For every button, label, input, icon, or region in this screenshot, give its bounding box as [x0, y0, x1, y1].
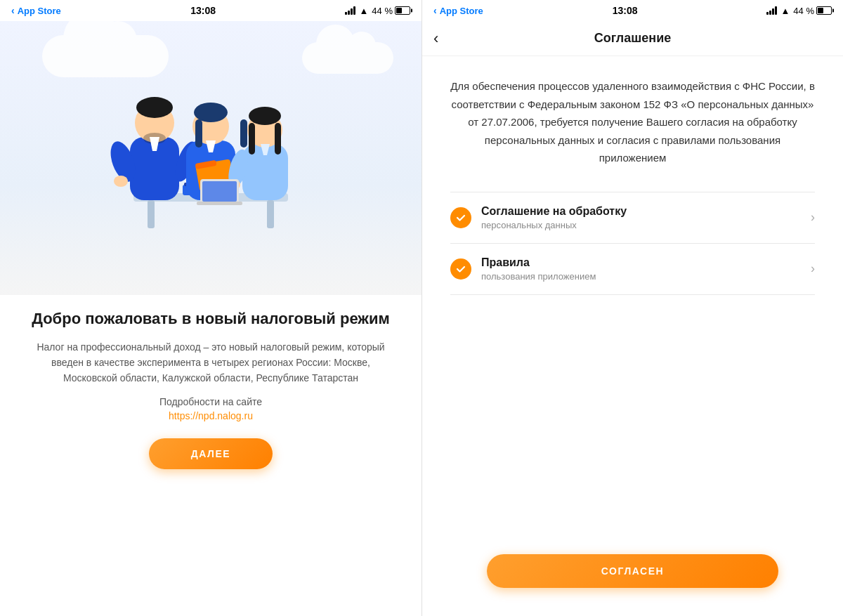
battery-icon-right: 44 %: [793, 6, 832, 16]
welcome-illustration: [91, 60, 330, 270]
svg-point-16: [194, 103, 228, 122]
illustration-area: [0, 21, 422, 295]
svg-rect-32: [197, 202, 242, 205]
next-button[interactable]: ДАЛЕЕ: [149, 438, 273, 469]
item-text-1: Соглашение на обработку персональных дан…: [481, 205, 811, 230]
status-bar-left-content: ‹ App Store: [11, 5, 61, 16]
time-display: 13:08: [190, 5, 216, 16]
app-store-label: App Store: [18, 6, 61, 16]
svg-rect-17: [195, 119, 202, 148]
svg-rect-1: [148, 200, 155, 228]
agreement-items-list: Соглашение на обработку персональных дан…: [450, 192, 815, 295]
svg-point-7: [136, 97, 173, 118]
svg-point-24: [249, 107, 281, 125]
right-screen: ‹ App Store 13:08 ▲ 44 % ‹ Соглашение: [422, 0, 843, 616]
svg-rect-26: [275, 123, 281, 155]
app-store-label-right: App Store: [440, 6, 483, 16]
agree-button[interactable]: СОГЛАСЕН: [487, 554, 778, 588]
page-title: Соглашение: [594, 31, 671, 46]
status-bar-right-content-right: ▲ 44 %: [766, 6, 832, 16]
item-subtitle-2: пользования приложением: [481, 271, 811, 282]
chevron-right-icon-2: ›: [811, 261, 815, 276]
item-text-2: Правила пользования приложением: [481, 256, 811, 282]
site-link[interactable]: https://npd.nalog.ru: [169, 410, 253, 421]
navigation-bar: ‹ Соглашение: [422, 21, 843, 56]
agreement-body: Для обеспечения процессов удаленного вза…: [422, 56, 843, 540]
battery-icon: 44 %: [372, 6, 410, 16]
welcome-description: Налог на профессиональный доход – это но…: [28, 339, 393, 386]
cloud-decoration-2: [302, 42, 393, 74]
svg-rect-25: [249, 123, 255, 155]
battery-percent: 44 %: [372, 6, 393, 16]
signal-icon-right: [766, 6, 777, 15]
svg-rect-2: [267, 200, 274, 228]
status-bar-right-content: ▲ 44 %: [345, 6, 410, 16]
back-chevron-icon: ‹: [11, 5, 15, 16]
agreement-item-rules[interactable]: Правила пользования приложением ›: [450, 243, 815, 295]
content-area: Добро пожаловать в новый налоговый режим…: [0, 295, 422, 616]
item-subtitle-1: персональных данных: [481, 220, 811, 230]
svg-rect-18: [240, 119, 247, 148]
battery-percent-right: 44 %: [793, 6, 814, 16]
back-button[interactable]: ‹: [433, 30, 438, 48]
bottom-area: СОГЛАСЕН: [422, 540, 843, 616]
back-chevron-icon-right: ‹: [433, 5, 437, 16]
check-icon-1: [450, 207, 471, 228]
welcome-title: Добро пожаловать в новый налоговый режим: [32, 309, 390, 329]
left-screen: ‹ App Store 13:08 ▲ 44 %: [0, 0, 422, 616]
agreement-description: Для обеспечения процессов удаленного вза…: [450, 77, 815, 167]
checkmark-svg-2: [455, 263, 466, 275]
signal-icon: [345, 6, 355, 15]
time-display-right: 13:08: [613, 5, 638, 16]
site-label: Подробности на сайте: [159, 396, 262, 407]
cloud-decoration-1: [42, 35, 169, 77]
status-bar-right-screen: ‹ App Store 13:08 ▲ 44 %: [422, 0, 843, 21]
status-bar-right-left: ‹ App Store: [433, 5, 483, 16]
item-title-2: Правила: [481, 256, 811, 269]
status-bar-left-screen: ‹ App Store 13:08 ▲ 44 %: [0, 0, 422, 21]
wifi-icon: ▲: [359, 6, 368, 16]
check-icon-2: [450, 258, 471, 280]
wifi-icon-right: ▲: [780, 6, 790, 16]
checkmark-svg-1: [455, 212, 466, 223]
item-title-1: Соглашение на обработку: [481, 205, 811, 218]
chevron-right-icon-1: ›: [811, 210, 815, 225]
agreement-item-data-processing[interactable]: Соглашение на обработку персональных дан…: [450, 192, 815, 243]
svg-point-12: [114, 176, 128, 187]
svg-rect-31: [202, 181, 237, 202]
